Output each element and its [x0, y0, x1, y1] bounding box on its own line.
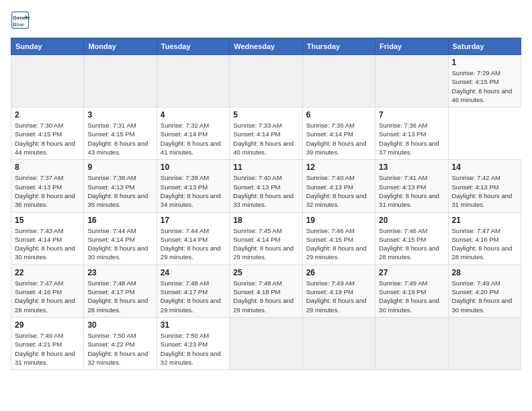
calendar-cell: 29 Sunrise: 7:49 AMSunset: 4:21 PMDaylig… — [11, 317, 84, 369]
week-row-5: 22 Sunrise: 7:47 AMSunset: 4:16 PMDaylig… — [11, 265, 521, 317]
day-number: 20 — [379, 216, 444, 225]
day-number: 10 — [161, 163, 226, 172]
calendar-cell — [375, 317, 448, 369]
day-number: 21 — [452, 216, 517, 225]
day-number: 15 — [15, 216, 80, 225]
day-detail: Sunrise: 7:33 AMSunset: 4:14 PMDaylight:… — [233, 121, 298, 156]
day-detail: Sunrise: 7:35 AMSunset: 4:14 PMDaylight:… — [306, 121, 371, 156]
day-detail: Sunrise: 7:46 AMSunset: 4:15 PMDaylight:… — [306, 226, 371, 262]
calendar-table: SundayMondayTuesdayWednesdayThursdayFrid… — [11, 38, 521, 370]
calendar-cell: 6 Sunrise: 7:35 AMSunset: 4:14 PMDayligh… — [302, 107, 375, 160]
logo: General Blue — [11, 11, 32, 30]
day-number: 23 — [87, 268, 152, 277]
calendar-cell: 9 Sunrise: 7:38 AMSunset: 4:13 PMDayligh… — [84, 160, 157, 212]
day-number: 29 — [15, 320, 80, 330]
header-thursday: Thursday — [302, 38, 375, 55]
calendar-cell: 12 Sunrise: 7:40 AMSunset: 4:13 PMDaylig… — [302, 160, 375, 212]
calendar-cell: 25 Sunrise: 7:48 AMSunset: 4:18 PMDaylig… — [230, 265, 302, 317]
day-number: 6 — [306, 110, 371, 120]
calendar-cell: 4 Sunrise: 7:32 AMSunset: 4:14 PMDayligh… — [157, 107, 229, 160]
day-number: 30 — [87, 320, 152, 330]
calendar-cell: 30 Sunrise: 7:50 AMSunset: 4:22 PMDaylig… — [84, 317, 157, 369]
day-number: 16 — [87, 216, 152, 225]
day-number: 3 — [87, 110, 152, 120]
day-detail: Sunrise: 7:47 AMSunset: 4:16 PMDaylight:… — [452, 226, 517, 262]
day-number: 27 — [379, 268, 444, 277]
day-number: 2 — [15, 110, 80, 120]
header-tuesday: Tuesday — [157, 38, 229, 55]
day-number: 14 — [452, 163, 517, 172]
calendar-cell: 11 Sunrise: 7:40 AMSunset: 4:13 PMDaylig… — [230, 160, 302, 212]
day-detail: Sunrise: 7:44 AMSunset: 4:14 PMDaylight:… — [87, 226, 152, 262]
day-detail: Sunrise: 7:46 AMSunset: 4:15 PMDaylight:… — [379, 226, 444, 262]
calendar-cell — [375, 55, 448, 107]
day-detail: Sunrise: 7:40 AMSunset: 4:13 PMDaylight:… — [233, 173, 298, 209]
calendar-cell: 23 Sunrise: 7:48 AMSunset: 4:17 PMDaylig… — [84, 265, 157, 317]
day-detail: Sunrise: 7:29 AMSunset: 4:15 PMDaylight:… — [452, 68, 517, 104]
calendar-cell — [157, 55, 229, 107]
day-number: 8 — [15, 163, 80, 172]
calendar-cell: 22 Sunrise: 7:47 AMSunset: 4:16 PMDaylig… — [11, 265, 84, 317]
calendar-cell — [230, 317, 302, 369]
day-number: 9 — [87, 163, 152, 172]
header-saturday: Saturday — [448, 38, 521, 55]
calendar-cell: 28 Sunrise: 7:49 AMSunset: 4:20 PMDaylig… — [448, 265, 521, 317]
day-detail: Sunrise: 7:39 AMSunset: 4:13 PMDaylight:… — [161, 173, 226, 209]
calendar-cell: 21 Sunrise: 7:47 AMSunset: 4:16 PMDaylig… — [448, 212, 521, 265]
day-number: 22 — [15, 268, 80, 277]
day-detail: Sunrise: 7:37 AMSunset: 4:13 PMDaylight:… — [15, 173, 80, 209]
calendar-cell — [302, 317, 375, 369]
day-detail: Sunrise: 7:31 AMSunset: 4:15 PMDaylight:… — [87, 121, 152, 156]
calendar-cell: 20 Sunrise: 7:46 AMSunset: 4:15 PMDaylig… — [375, 212, 448, 265]
day-detail: Sunrise: 7:30 AMSunset: 4:15 PMDaylight:… — [15, 121, 80, 156]
day-number: 19 — [306, 216, 371, 225]
day-detail: Sunrise: 7:48 AMSunset: 4:18 PMDaylight:… — [233, 279, 298, 314]
calendar-header-row: SundayMondayTuesdayWednesdayThursdayFrid… — [11, 38, 521, 55]
day-detail: Sunrise: 7:50 AMSunset: 4:22 PMDaylight:… — [87, 331, 152, 367]
day-detail: Sunrise: 7:47 AMSunset: 4:16 PMDaylight:… — [15, 279, 80, 314]
day-detail: Sunrise: 7:32 AMSunset: 4:14 PMDaylight:… — [161, 121, 226, 156]
day-number: 12 — [306, 163, 371, 172]
calendar-cell: 1 Sunrise: 7:29 AMSunset: 4:15 PMDayligh… — [448, 55, 521, 107]
day-number: 28 — [452, 268, 517, 277]
calendar-cell — [230, 55, 302, 107]
day-number: 17 — [161, 216, 226, 225]
day-detail: Sunrise: 7:48 AMSunset: 4:17 PMDaylight:… — [87, 279, 152, 314]
day-number: 31 — [161, 320, 226, 330]
calendar-cell: 2 Sunrise: 7:30 AMSunset: 4:15 PMDayligh… — [11, 107, 84, 160]
calendar-cell — [84, 55, 157, 107]
day-number: 13 — [379, 163, 444, 172]
day-detail: Sunrise: 7:43 AMSunset: 4:14 PMDaylight:… — [15, 226, 80, 262]
week-row-2: 2 Sunrise: 7:30 AMSunset: 4:15 PMDayligh… — [11, 107, 521, 160]
day-detail: Sunrise: 7:49 AMSunset: 4:19 PMDaylight:… — [379, 279, 444, 314]
calendar-cell — [448, 317, 521, 369]
calendar-cell: 5 Sunrise: 7:33 AMSunset: 4:14 PMDayligh… — [230, 107, 302, 160]
calendar-cell: 14 Sunrise: 7:42 AMSunset: 4:13 PMDaylig… — [448, 160, 521, 212]
day-number: 4 — [161, 110, 226, 120]
day-number: 18 — [233, 216, 298, 225]
calendar-cell — [11, 55, 84, 107]
calendar-cell: 31 Sunrise: 7:50 AMSunset: 4:23 PMDaylig… — [157, 317, 229, 369]
calendar-cell: 3 Sunrise: 7:31 AMSunset: 4:15 PMDayligh… — [84, 107, 157, 160]
day-detail: Sunrise: 7:49 AMSunset: 4:20 PMDaylight:… — [452, 279, 517, 314]
day-number: 11 — [233, 163, 298, 172]
week-row-3: 8 Sunrise: 7:37 AMSunset: 4:13 PMDayligh… — [11, 160, 521, 212]
svg-text:Blue: Blue — [13, 21, 25, 28]
page-header: General Blue — [11, 11, 521, 30]
week-row-6: 29 Sunrise: 7:49 AMSunset: 4:21 PMDaylig… — [11, 317, 521, 369]
day-detail: Sunrise: 7:40 AMSunset: 4:13 PMDaylight:… — [306, 173, 371, 209]
day-detail: Sunrise: 7:41 AMSunset: 4:13 PMDaylight:… — [379, 173, 444, 209]
calendar-cell: 27 Sunrise: 7:49 AMSunset: 4:19 PMDaylig… — [375, 265, 448, 317]
day-detail: Sunrise: 7:38 AMSunset: 4:13 PMDaylight:… — [87, 173, 152, 209]
week-row-4: 15 Sunrise: 7:43 AMSunset: 4:14 PMDaylig… — [11, 212, 521, 265]
week-row-1: 1 Sunrise: 7:29 AMSunset: 4:15 PMDayligh… — [11, 55, 521, 107]
calendar-cell: 13 Sunrise: 7:41 AMSunset: 4:13 PMDaylig… — [375, 160, 448, 212]
calendar-cell: 7 Sunrise: 7:36 AMSunset: 4:13 PMDayligh… — [375, 107, 448, 160]
header-wednesday: Wednesday — [230, 38, 302, 55]
calendar-cell: 16 Sunrise: 7:44 AMSunset: 4:14 PMDaylig… — [84, 212, 157, 265]
day-detail: Sunrise: 7:48 AMSunset: 4:17 PMDaylight:… — [161, 279, 226, 314]
day-detail: Sunrise: 7:49 AMSunset: 4:19 PMDaylight:… — [306, 279, 371, 314]
day-number: 25 — [233, 268, 298, 277]
day-detail: Sunrise: 7:49 AMSunset: 4:21 PMDaylight:… — [15, 331, 80, 367]
header-sunday: Sunday — [11, 38, 84, 55]
